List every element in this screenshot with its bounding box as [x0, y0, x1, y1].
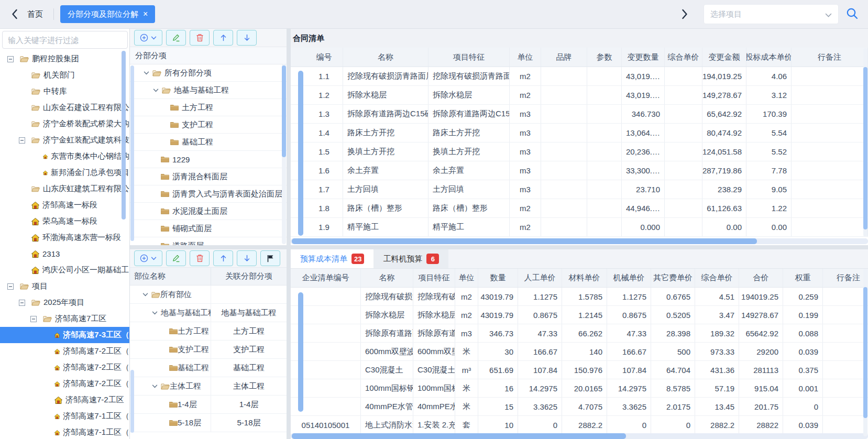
contract-row[interactable]: 1.1挖除现有破损沥青路面层挖除现有破损沥青路面层m243,019.…194,0…	[291, 67, 868, 86]
part-row[interactable]: 支护工程支护工程	[130, 341, 287, 359]
part-row[interactable]: 主体工程主体工程	[130, 377, 287, 396]
contract-row[interactable]: 1.3拆除原有道路两边C15砼拆除原有道路两边C15砼m3346.73065,6…	[291, 105, 868, 124]
budget-row[interactable]: 600mm双壁波纹管600mm双壁波纹管米30166.67140166.6750…	[291, 343, 868, 361]
org-tree-item[interactable]: 济邹高速7-2工区	[0, 392, 129, 408]
contract-hscrollbar-thumb[interactable]	[292, 238, 757, 244]
budget-left-scrollbar-thumb[interactable]	[298, 292, 303, 412]
org-tree-item[interactable]: 荣乌高速一标段	[0, 213, 129, 229]
contract-row[interactable]: 1.6余土弃置余土弃置m333,300.…287,719.867.78	[291, 161, 868, 180]
contract-row[interactable]: 1.9精平施工精平施工m20.0000.000.00	[291, 218, 868, 237]
org-tree-item[interactable]: 项目	[0, 278, 129, 294]
project-select[interactable]: 选择项目	[704, 4, 839, 24]
org-tree-item[interactable]: 济宁金桥装配式桥梁大构	[0, 116, 129, 132]
budget-row[interactable]: 拆除水稳层拆除水稳层m243019.790.86751.21450.86750.…	[291, 306, 868, 324]
org-tree-item[interactable]: 山东金石建设工程有限公	[0, 100, 129, 116]
org-tree-item[interactable]: 济邹高速7-2工区（	[0, 343, 129, 359]
budget-row[interactable]: C30混凝土C30混凝土m³651.69107.84150.976107.846…	[291, 361, 868, 379]
forward-chevron-icon[interactable]	[682, 9, 688, 19]
delete-button[interactable]	[190, 30, 210, 46]
contract-hscrollbar	[291, 238, 868, 244]
org-tree-item-label: 济邹高速7-3工区（	[63, 330, 129, 340]
org-tree-item[interactable]: 山东庆虹建筑工程有限公	[0, 181, 129, 197]
tab-budget-cost-list[interactable]: 预算成本清单 23	[291, 249, 373, 268]
subitem-tree-item[interactable]: 道路面层	[130, 237, 287, 245]
collapse-box-icon	[19, 137, 25, 144]
org-tree-item[interactable]: 2025年项目	[0, 294, 129, 311]
subitem-tree-item[interactable]: 基础工程	[130, 134, 287, 151]
home-link[interactable]: 首页	[27, 9, 43, 19]
contract-vscrollbar-thumb[interactable]	[863, 67, 867, 229]
close-icon[interactable]: ×	[143, 9, 148, 19]
subitem-tree-item[interactable]: 铺砌式面层	[130, 220, 287, 237]
org-tree-item[interactable]: 鹏程控股集团	[0, 51, 129, 67]
move-down-button[interactable]	[237, 30, 257, 46]
tab-label: 预算成本清单	[300, 254, 347, 264]
org-tree-item[interactable]: 中转库	[0, 83, 129, 100]
back-chevron-icon[interactable]	[12, 9, 18, 19]
edit-button[interactable]	[166, 250, 186, 266]
delete-button[interactable]	[190, 250, 210, 266]
edit-button[interactable]	[166, 30, 186, 46]
subitem-tree-item[interactable]: 土方工程	[130, 99, 287, 116]
cell: 换填土方开挖	[343, 142, 428, 161]
subitem-tree-item[interactable]: 水泥混凝土面层	[130, 203, 287, 220]
part-left-scrollbar-thumb[interactable]	[130, 370, 134, 433]
part-row[interactable]: 所有部位	[130, 286, 287, 304]
tab-active[interactable]: 分部分项及部位分解 ×	[60, 5, 155, 23]
subitem-tree-item[interactable]: 地基与基础工程	[130, 82, 287, 99]
org-tree-item[interactable]: 济邹高速7-3工区（	[0, 327, 129, 343]
contract-row[interactable]: 1.7土方回填土方回填m323.710238.299.05	[291, 180, 868, 199]
subitem-left-scrollbar-thumb[interactable]	[130, 65, 134, 241]
cell	[665, 161, 702, 180]
part-row[interactable]: 地基与基础工程地基与基础工程	[130, 304, 287, 322]
contract-row[interactable]: 1.5换填土方开挖换填土方开挖m320,236.…124,051.585.52	[291, 142, 868, 161]
flag-button[interactable]	[260, 250, 280, 266]
budget-hscrollbar-thumb[interactable]	[292, 433, 626, 439]
move-up-button[interactable]	[213, 250, 233, 266]
move-down-button[interactable]	[237, 250, 257, 266]
search-icon[interactable]	[846, 7, 859, 21]
org-tree-item-label: 济邹高速7-1工区（	[63, 411, 129, 421]
subitem-tree-item[interactable]: 沥青贯入式与沥青表面处治面层	[130, 185, 287, 203]
budget-row[interactable]: 40mmPE水管40mmPE水管米153.36254.70753.36252.0…	[291, 398, 868, 416]
contract-row[interactable]: 1.2拆除水稳层拆除水稳层m243,019.…149,278.673.12	[291, 86, 868, 105]
org-tree-item[interactable]: 济邹高速7-2工区（	[0, 376, 129, 392]
org-tree-item[interactable]: 环渤海高速东营一标段	[0, 229, 129, 246]
org-tree-item[interactable]: 济邹高速7-1工区（	[0, 424, 129, 439]
budget-row[interactable]: 拆除原有道路两边C15砼拆除原有道路两边C15砼m3346.7347.3366.…	[291, 324, 868, 343]
tab-labor-material-budget[interactable]: 工料机预算 6	[373, 249, 448, 268]
contract-row[interactable]: 1.4路床土方开挖路床土方开挖m313,064.…80,474.925.54	[291, 124, 868, 142]
org-tree-item[interactable]: 济邹高速7-1工区（	[0, 408, 129, 424]
org-tree-item[interactable]: 济邹高速7工区	[0, 311, 129, 327]
part-row[interactable]: 基础工程基础工程	[130, 359, 287, 377]
part-row[interactable]: 土方工程土方工程	[130, 322, 287, 341]
contract-left-scrollbar-thumb[interactable]	[298, 71, 303, 236]
org-tree-item[interactable]: 机关部门	[0, 67, 129, 83]
org-tree-item[interactable]: 新邦涌金门总承包项目	[0, 164, 129, 181]
contract-row[interactable]: 1.8路床（槽）整形路床（槽）整形m244,946.…61,126.631.22	[291, 199, 868, 218]
move-up-button[interactable]	[213, 30, 233, 46]
sidebar-scrollbar-thumb[interactable]	[122, 51, 126, 220]
budget-row[interactable]: 05140105001地上式消防水泵1.安装 2.充套1002882.20028…	[291, 416, 868, 434]
add-button[interactable]	[134, 30, 162, 46]
budget-row[interactable]: 100mm国标钢管100mm国标钢管米1614.297520.016514.29…	[291, 379, 868, 398]
subitem-tree-item[interactable]: 沥青混合料面层	[130, 168, 287, 185]
subitem-tree-item[interactable]: 1229	[130, 151, 287, 168]
filter-input[interactable]	[2, 31, 128, 49]
org-tree-item[interactable]: 济邹高速7-2工区（	[0, 359, 129, 376]
budget-row[interactable]: 挖除现有破损沥青路面层挖除现有破损沥青路面层m243019.791.12751.…	[291, 288, 868, 306]
cell: 7.78	[746, 161, 792, 180]
org-tree-item[interactable]: 济邹高速一标段	[0, 197, 129, 213]
org-tree-item[interactable]: 鸿庆公司小区一期基础工	[0, 262, 129, 278]
subitem-tree-item[interactable]: 支护工程	[130, 116, 287, 134]
subitem-scrollbar-thumb[interactable]	[282, 65, 286, 157]
part-row[interactable]: 5-18层5-18层	[130, 414, 287, 432]
org-tree-item[interactable]: 东营市奥体中心钢结构	[0, 148, 129, 164]
add-button[interactable]	[134, 250, 162, 266]
org-tree-item[interactable]: 2313	[0, 246, 129, 262]
subitem-tree-item[interactable]: 所有分部分项	[130, 64, 287, 82]
part-row[interactable]: 1-4层1-4层	[130, 396, 287, 414]
org-tree-item[interactable]: 济宁金虹装配式建筑科技	[0, 132, 129, 148]
budget-panel: 预算成本清单 23 工料机预算 6 企业清单编号名称项目特征单位数量人工单价材料…	[291, 249, 868, 439]
budget-vscrollbar-thumb[interactable]	[863, 287, 867, 418]
